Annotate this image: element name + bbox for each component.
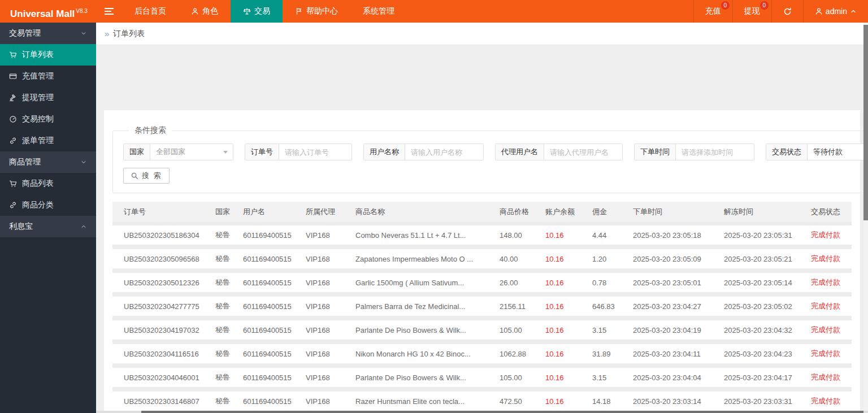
topnav-item[interactable]: 系统管理 (350, 0, 407, 23)
cart-icon (9, 180, 17, 188)
table-cell: Combo Neveras 51.1 Lt + 4.7 Lt... (344, 231, 488, 240)
sidebar-item-label: 商品列表 (22, 179, 54, 189)
topnav-item-label: 角色 (202, 6, 218, 16)
search-field-label: 订单号 (245, 144, 279, 160)
main-area: » 订单列表 条件搜索 国家全部国家订单号用户名称代理用户名下单时间交易状态等待… (96, 23, 868, 413)
vertical-scrollbar[interactable] (863, 23, 868, 413)
search-field: 代理用户名 (495, 144, 623, 160)
table-cell: 秘鲁 (204, 349, 232, 359)
topnav-item[interactable]: 角色 (179, 0, 231, 23)
table-cell: 10.16 (534, 397, 581, 406)
recharge-menu-item[interactable]: 充值 0 (693, 0, 732, 23)
table-cell: VIP168 (294, 302, 344, 311)
table-cell: UB2503202305096568 (112, 255, 204, 263)
sidebar-toggle-icon[interactable] (96, 0, 122, 23)
vertical-scrollbar-thumb[interactable] (863, 25, 868, 220)
horizontal-scrollbar-thumb[interactable] (141, 411, 863, 413)
topnav-item[interactable]: 后台首页 (122, 0, 179, 23)
search-field-select[interactable]: 等待付款 (808, 144, 868, 160)
table-cell: 2025-03-20 23:04:32 (713, 326, 800, 334)
sidebar-item[interactable]: 交易控制 (0, 108, 96, 130)
sidebar-item[interactable]: 充值管理 (0, 66, 96, 87)
meter-icon (9, 115, 17, 123)
app-logo: Universal MallV8.3 (0, 0, 96, 23)
table-cell: VIP168 (294, 350, 344, 358)
table-cell: VIP168 (294, 255, 344, 263)
table-header-cell: 解冻时间 (713, 207, 800, 217)
table-cell: UB2503202304277775 (112, 302, 204, 311)
table-cell: VIP168 (294, 397, 344, 406)
sidebar-group-header[interactable]: 商品管理 (0, 151, 96, 173)
table-cell: 40.00 (488, 255, 534, 263)
table-cell: 1.20 (581, 255, 622, 263)
table-cell: 秘鲁 (204, 372, 232, 382)
table-row: UB2503202303146807秘鲁601169400515VIP168Ra… (112, 392, 852, 411)
sidebar-group-label: 商品管理 (9, 157, 41, 167)
table-cell: 完成付款 (800, 230, 852, 240)
sidebar-group-header[interactable]: 交易管理 (0, 23, 96, 44)
sidebar-item[interactable]: 订单列表 (0, 44, 96, 66)
table-cell: 完成付款 (800, 325, 852, 335)
table-cell: 2025-03-20 23:04:11 (622, 350, 713, 358)
refresh-button[interactable] (771, 0, 803, 23)
top-nav: 后台首页角色交易帮助中心系统管理 (122, 0, 407, 23)
sidebar-item[interactable]: 商品列表 (0, 173, 96, 194)
search-field-label: 下单时间 (635, 144, 676, 160)
table-cell: 2025-03-20 23:04:17 (713, 373, 800, 382)
sidebar-item-label: 订单列表 (22, 50, 54, 60)
table-cell: Garlic 1500mg ( Allium Sativum... (344, 279, 488, 287)
search-field: 下单时间 (634, 144, 754, 160)
search-field-input[interactable] (405, 144, 483, 160)
table-cell: 1062.88 (488, 350, 534, 358)
table-cell: UB2503202304116516 (112, 350, 204, 358)
search-field-select[interactable]: 全部国家 (150, 144, 233, 160)
table-cell: VIP168 (294, 326, 344, 334)
horizontal-scrollbar[interactable] (96, 411, 868, 413)
table-cell: Palmers Barra de Tez Medicinal... (344, 302, 488, 311)
table-cell: 601169400515 (232, 373, 294, 382)
sidebar-group-header[interactable]: 利息宝 (0, 216, 96, 237)
withdraw-menu-item[interactable]: 提现 0 (732, 0, 771, 23)
sidebar-item[interactable]: 派单管理 (0, 130, 96, 151)
table-cell: 完成付款 (800, 372, 852, 382)
table-cell: 2025-03-20 23:05:14 (713, 279, 800, 287)
search-field: 用户名称 (363, 144, 484, 160)
table-cell: 3.15 (581, 326, 622, 334)
search-panel: 条件搜索 国家全部国家订单号用户名称代理用户名下单时间交易状态等待付款 搜 索 (112, 125, 868, 193)
sidebar-item[interactable]: 商品分类 (0, 194, 96, 216)
table-cell: 105.00 (488, 326, 534, 334)
sidebar-item-label: 充值管理 (22, 71, 54, 81)
table-cell: Zapatones Impermeables Moto O ... (344, 255, 488, 263)
breadcrumb: » 订单列表 (96, 23, 868, 45)
orders-table: 订单号国家用户名所属代理商品名称商品价格账户余额佣金下单时间解冻时间交易状态UB… (112, 202, 852, 413)
table-cell: Parlante De Piso Bowers & Wilk... (344, 326, 488, 334)
top-header: Universal MallV8.3 后台首页角色交易帮助中心系统管理 充值 0… (0, 0, 868, 23)
table-header-cell: 账户余额 (534, 207, 581, 217)
user-icon (191, 7, 199, 15)
sidebar: 交易管理订单列表充值管理提现管理交易控制派单管理商品管理商品列表商品分类利息宝 (0, 23, 96, 413)
topnav-item[interactable]: 帮助中心 (283, 0, 350, 23)
table-cell: 601169400515 (232, 279, 294, 287)
user-menu[interactable]: admin (803, 0, 868, 23)
table-cell: VIP168 (294, 279, 344, 287)
sidebar-item-label: 交易控制 (22, 114, 54, 124)
table-cell: 601169400515 (232, 397, 294, 406)
table-row: UB2503202304277775秘鲁601169400515VIP168Pa… (112, 297, 852, 316)
withdraw-label: 提现 (744, 6, 760, 16)
topnav-item[interactable]: 交易 (231, 0, 283, 23)
table-cell: 472.50 (488, 397, 534, 406)
table-cell: 646.83 (581, 302, 622, 311)
search-field-input[interactable] (279, 144, 351, 160)
table-cell: 10.16 (534, 255, 581, 263)
search-field-input[interactable] (676, 144, 754, 160)
search-field-input[interactable] (544, 144, 622, 160)
table-cell: 14.18 (581, 397, 622, 406)
table-cell: 10.16 (534, 302, 581, 311)
table-row: UB2503202304197032秘鲁601169400515VIP168Pa… (112, 320, 852, 340)
breadcrumb-label: 订单列表 (113, 29, 145, 39)
table-header-cell: 国家 (204, 207, 232, 217)
sidebar-item[interactable]: 提现管理 (0, 87, 96, 108)
search-button[interactable]: 搜 索 (123, 168, 170, 184)
sidebar-item-label: 派单管理 (22, 136, 54, 146)
table-cell: UB2503202304197032 (112, 326, 204, 334)
